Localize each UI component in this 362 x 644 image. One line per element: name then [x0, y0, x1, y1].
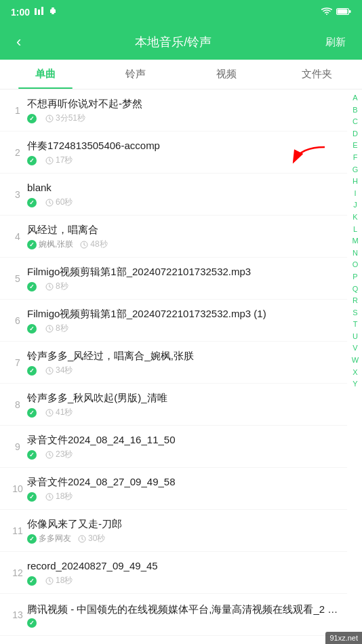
clock-icon	[45, 451, 54, 459]
song-list[interactable]: 1 不想再听你说对不起-梦然 3分51秒 2 伴奏1724813505406-a…	[0, 89, 362, 643]
song-item[interactable]: 8 铃声多多_秋风吹起(男版)_清唯 41秒	[0, 384, 347, 426]
alpha-letter[interactable]: Q	[353, 283, 359, 296]
song-item[interactable]: 3 blank 60秒	[0, 174, 347, 216]
status-time: 1:00	[11, 7, 30, 18]
song-artist	[27, 114, 39, 123]
song-title: 录音文件2024_08_27_09_49_58	[27, 475, 347, 489]
song-item[interactable]: 11 你像风来了又走-刀郎 多多网友 30秒	[0, 510, 347, 552]
svg-line-22	[49, 287, 51, 288]
song-meta: 婉枫,张朕 48秒	[27, 239, 347, 250]
song-artist	[27, 492, 39, 502]
song-duration: 30秒	[78, 533, 105, 544]
alpha-letter[interactable]: U	[353, 331, 358, 343]
check-icon	[27, 534, 37, 544]
alpha-letter[interactable]: V	[353, 342, 357, 355]
alpha-letter[interactable]: A	[353, 92, 357, 104]
tab-single[interactable]: 单曲	[0, 60, 91, 89]
alpha-letter[interactable]: T	[353, 319, 358, 331]
song-item[interactable]: 13 腾讯视频 - 中国领先的在线视频媒体平台,海量高清视频在线观看_2 截取视…	[0, 594, 347, 636]
song-info: 铃声多多_风经过，唱离合_婉枫,张朕 34秒	[27, 348, 347, 376]
song-artist	[27, 324, 39, 334]
alpha-letter[interactable]: X	[353, 367, 357, 379]
song-title: 铃声多多_秋风吹起(男版)_清唯	[27, 390, 347, 405]
wifi-icon	[321, 7, 332, 18]
song-duration: 3分51秒	[45, 113, 85, 124]
alpha-letter[interactable]: E	[353, 140, 357, 152]
song-item[interactable]: 2 伴奏1724813505406-accomp 17秒	[0, 132, 347, 174]
svg-rect-4	[52, 13, 54, 14]
tab-ringtone[interactable]: 铃声	[91, 60, 182, 89]
alpha-letter[interactable]: S	[353, 307, 357, 319]
check-icon	[27, 282, 37, 291]
song-index: 13	[8, 609, 27, 620]
clock-icon	[80, 241, 88, 249]
song-artist	[27, 156, 39, 165]
song-item[interactable]: 6 Filmigo视频剪辑第1部_20240722101732532.mp3 (…	[0, 300, 347, 342]
alpha-letter[interactable]: J	[353, 199, 357, 212]
clock-icon	[45, 157, 54, 165]
song-info: Filmigo视频剪辑第1部_20240722101732532.mp3 8秒	[27, 264, 347, 292]
alpha-letter[interactable]: F	[353, 152, 358, 164]
svg-line-37	[49, 497, 51, 498]
clock-icon	[45, 283, 54, 291]
clock-icon	[45, 199, 54, 207]
alpha-letter[interactable]: M	[352, 235, 358, 247]
svg-line-28	[49, 371, 51, 372]
alpha-letter[interactable]: C	[353, 116, 358, 128]
alpha-index[interactable]: ABCDEFGHIJKLMNOPQRSTUVWXY	[348, 89, 362, 643]
check-icon	[27, 576, 37, 586]
song-item[interactable]: 5 Filmigo视频剪辑第1部_20240722101732532.mp3 8…	[0, 258, 347, 300]
song-item[interactable]: 4 风经过，唱离合 婉枫,张朕 48秒	[0, 216, 347, 258]
alpha-letter[interactable]: W	[352, 355, 359, 367]
song-meta: 23秒	[27, 449, 347, 460]
song-artist: 多多网友	[27, 533, 71, 544]
check-icon	[27, 492, 37, 502]
clock-icon	[45, 115, 54, 123]
song-meta: 17秒	[27, 155, 347, 166]
song-info: 腾讯视频 - 中国领先的在线视频媒体平台,海量高清视频在线观看_2 截取视频	[27, 602, 347, 628]
song-duration: 23秒	[45, 449, 73, 460]
refresh-button[interactable]: 刷新	[320, 33, 351, 52]
alpha-letter[interactable]: B	[353, 104, 357, 117]
song-info: Filmigo视频剪辑第1部_20240722101732532.mp3 (1)…	[27, 306, 347, 334]
alpha-letter[interactable]: G	[353, 164, 359, 176]
alpha-letter[interactable]: I	[354, 188, 356, 200]
song-title: 伴奏1724813505406-accomp	[27, 138, 347, 153]
song-info: 录音文件2024_08_24_16_11_50 23秒	[27, 432, 347, 460]
song-artist	[27, 618, 39, 628]
song-artist: 婉枫,张朕	[27, 239, 73, 250]
alpha-letter[interactable]: O	[353, 259, 359, 271]
check-icon	[27, 618, 37, 628]
back-button[interactable]: ‹	[11, 31, 26, 54]
song-item[interactable]: 7 铃声多多_风经过，唱离合_婉枫,张朕 34秒	[0, 342, 347, 384]
sim-icon	[34, 7, 45, 18]
song-duration: 8秒	[45, 281, 68, 292]
song-item[interactable]: 9 录音文件2024_08_24_16_11_50 23秒	[0, 426, 347, 468]
alpha-letter[interactable]: R	[353, 295, 358, 307]
svg-line-16	[49, 203, 51, 204]
song-item[interactable]: 12 record_20240827_09_49_45 18秒	[0, 552, 347, 594]
song-meta: 18秒	[27, 575, 347, 586]
alpha-letter[interactable]: K	[353, 212, 357, 224]
tab-folder[interactable]: 文件夹	[272, 60, 363, 89]
tab-video[interactable]: 视频	[181, 60, 272, 89]
song-info: 不想再听你说对不起-梦然 3分51秒	[27, 96, 347, 124]
battery-icon	[336, 7, 351, 18]
clock-icon	[45, 409, 54, 417]
alpha-letter[interactable]: L	[353, 224, 357, 236]
svg-line-10	[49, 119, 51, 120]
alpha-letter[interactable]: H	[353, 176, 358, 188]
song-info: 铃声多多_秋风吹起(男版)_清唯 41秒	[27, 390, 347, 418]
alpha-letter[interactable]: N	[353, 247, 358, 260]
alpha-letter[interactable]: D	[353, 128, 358, 140]
song-title: 风经过，唱离合	[27, 222, 347, 237]
song-item[interactable]: 10 录音文件2024_08_27_09_49_58 18秒	[0, 468, 347, 510]
alpha-letter[interactable]: Y	[353, 378, 357, 390]
song-item[interactable]: 1 不想再听你说对不起-梦然 3分51秒	[0, 89, 347, 132]
alpha-letter[interactable]: P	[353, 271, 357, 283]
song-meta: 41秒	[27, 407, 347, 418]
song-index: 2	[8, 147, 27, 158]
song-title: 铃声多多_风经过，唱离合_婉枫,张朕	[27, 348, 347, 363]
check-icon	[27, 156, 37, 165]
status-bar: 1:00	[0, 0, 362, 24]
